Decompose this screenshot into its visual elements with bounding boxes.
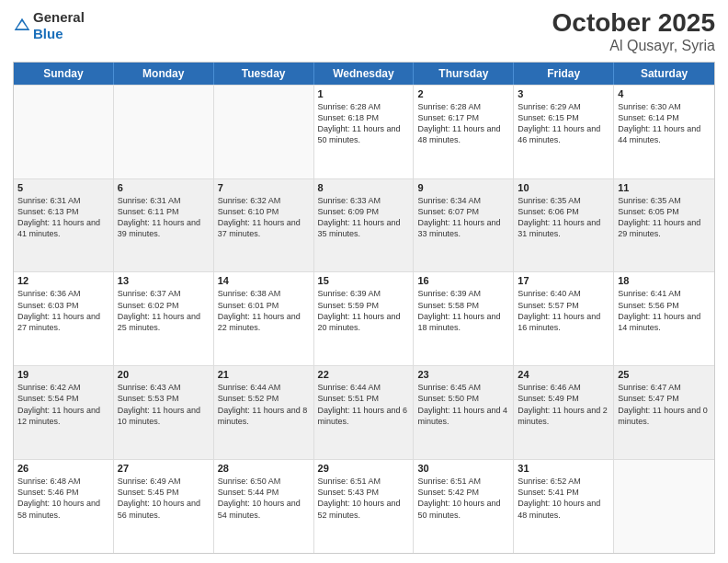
cal-cell: 25Sunrise: 6:47 AMSunset: 5:47 PMDayligh…	[614, 366, 714, 459]
cell-info: Sunrise: 6:42 AMSunset: 5:54 PMDaylight:…	[17, 382, 109, 427]
cal-cell	[14, 86, 114, 178]
day-number: 29	[318, 463, 410, 474]
header: General Blue October 2025 Al Qusayr, Syr…	[13, 9, 715, 54]
cell-info: Sunrise: 6:35 AMSunset: 6:06 PMDaylight:…	[518, 195, 609, 240]
cal-row-0: 1Sunrise: 6:28 AMSunset: 6:18 PMDaylight…	[14, 85, 714, 178]
cal-cell: 26Sunrise: 6:48 AMSunset: 5:46 PMDayligh…	[14, 460, 114, 553]
cell-info: Sunrise: 6:31 AMSunset: 6:13 PMDaylight:…	[17, 195, 109, 240]
cal-cell: 31Sunrise: 6:52 AMSunset: 5:41 PMDayligh…	[514, 460, 614, 553]
cal-cell	[214, 86, 314, 178]
page-title: October 2025	[552, 9, 715, 38]
cal-cell: 2Sunrise: 6:28 AMSunset: 6:17 PMDaylight…	[414, 86, 514, 178]
day-number: 28	[218, 463, 310, 474]
cal-cell: 14Sunrise: 6:38 AMSunset: 6:01 PMDayligh…	[214, 272, 314, 365]
day-number: 15	[318, 275, 410, 286]
day-number: 22	[318, 369, 410, 380]
day-number: 26	[17, 463, 109, 474]
cell-info: Sunrise: 6:33 AMSunset: 6:09 PMDaylight:…	[318, 195, 410, 240]
cell-info: Sunrise: 6:38 AMSunset: 6:01 PMDaylight:…	[218, 288, 310, 333]
day-number: 13	[118, 275, 210, 286]
cell-info: Sunrise: 6:36 AMSunset: 6:03 PMDaylight:…	[17, 288, 109, 333]
day-number: 9	[417, 182, 509, 193]
logo-text: General Blue	[33, 9, 85, 42]
day-number: 31	[518, 463, 609, 474]
cell-info: Sunrise: 6:39 AMSunset: 5:58 PMDaylight:…	[417, 288, 509, 333]
cell-info: Sunrise: 6:37 AMSunset: 6:02 PMDaylight:…	[118, 288, 210, 333]
cell-info: Sunrise: 6:49 AMSunset: 5:45 PMDaylight:…	[118, 476, 210, 521]
calendar-header-row: SundayMondayTuesdayWednesdayThursdayFrid…	[14, 63, 714, 85]
cell-info: Sunrise: 6:51 AMSunset: 5:42 PMDaylight:…	[417, 476, 509, 521]
cal-cell: 15Sunrise: 6:39 AMSunset: 5:59 PMDayligh…	[314, 272, 415, 365]
day-number: 3	[518, 88, 609, 99]
cal-header-wednesday: Wednesday	[314, 63, 415, 85]
day-number: 11	[618, 182, 711, 193]
cal-cell: 13Sunrise: 6:37 AMSunset: 6:02 PMDayligh…	[114, 272, 214, 365]
day-number: 17	[518, 275, 609, 286]
cell-info: Sunrise: 6:31 AMSunset: 6:11 PMDaylight:…	[118, 195, 210, 240]
cal-header-thursday: Thursday	[414, 63, 514, 85]
cal-header-saturday: Saturday	[614, 63, 714, 85]
cell-info: Sunrise: 6:46 AMSunset: 5:49 PMDaylight:…	[518, 382, 609, 427]
cal-cell: 28Sunrise: 6:50 AMSunset: 5:44 PMDayligh…	[214, 460, 314, 553]
cal-cell: 16Sunrise: 6:39 AMSunset: 5:58 PMDayligh…	[414, 272, 514, 365]
cell-info: Sunrise: 6:52 AMSunset: 5:41 PMDaylight:…	[518, 476, 609, 521]
cell-info: Sunrise: 6:28 AMSunset: 6:17 PMDaylight:…	[417, 101, 509, 146]
cell-info: Sunrise: 6:51 AMSunset: 5:43 PMDaylight:…	[318, 476, 410, 521]
cal-cell: 11Sunrise: 6:35 AMSunset: 6:05 PMDayligh…	[614, 179, 714, 272]
cell-info: Sunrise: 6:29 AMSunset: 6:15 PMDaylight:…	[518, 101, 609, 146]
logo-icon	[13, 17, 31, 35]
cal-row-2: 12Sunrise: 6:36 AMSunset: 6:03 PMDayligh…	[14, 271, 714, 365]
page: General Blue October 2025 Al Qusayr, Syr…	[0, 0, 728, 563]
cal-cell: 1Sunrise: 6:28 AMSunset: 6:18 PMDaylight…	[314, 86, 415, 178]
day-number: 5	[17, 182, 109, 193]
cell-info: Sunrise: 6:45 AMSunset: 5:50 PMDaylight:…	[417, 382, 509, 427]
day-number: 6	[118, 182, 210, 193]
day-number: 18	[618, 275, 711, 286]
cell-info: Sunrise: 6:28 AMSunset: 6:18 PMDaylight:…	[318, 101, 410, 146]
day-number: 14	[218, 275, 310, 286]
cell-info: Sunrise: 6:30 AMSunset: 6:14 PMDaylight:…	[618, 101, 711, 146]
day-number: 10	[518, 182, 609, 193]
cell-info: Sunrise: 6:44 AMSunset: 5:51 PMDaylight:…	[318, 382, 410, 427]
logo: General Blue	[13, 9, 85, 42]
day-number: 24	[518, 369, 609, 380]
day-number: 20	[118, 369, 210, 380]
cal-cell: 4Sunrise: 6:30 AMSunset: 6:14 PMDaylight…	[614, 86, 714, 178]
cal-cell: 8Sunrise: 6:33 AMSunset: 6:09 PMDaylight…	[314, 179, 415, 272]
cal-cell: 5Sunrise: 6:31 AMSunset: 6:13 PMDaylight…	[14, 179, 114, 272]
cal-header-friday: Friday	[514, 63, 614, 85]
cell-info: Sunrise: 6:48 AMSunset: 5:46 PMDaylight:…	[17, 476, 109, 521]
cal-cell: 19Sunrise: 6:42 AMSunset: 5:54 PMDayligh…	[14, 366, 114, 459]
cal-header-sunday: Sunday	[14, 63, 114, 85]
day-number: 12	[17, 275, 109, 286]
day-number: 21	[218, 369, 310, 380]
day-number: 23	[417, 369, 509, 380]
cal-header-monday: Monday	[114, 63, 214, 85]
cal-cell: 30Sunrise: 6:51 AMSunset: 5:42 PMDayligh…	[414, 460, 514, 553]
cal-cell: 3Sunrise: 6:29 AMSunset: 6:15 PMDaylight…	[514, 86, 614, 178]
cal-cell: 22Sunrise: 6:44 AMSunset: 5:51 PMDayligh…	[314, 366, 415, 459]
cell-info: Sunrise: 6:41 AMSunset: 5:56 PMDaylight:…	[618, 288, 711, 333]
cal-cell: 18Sunrise: 6:41 AMSunset: 5:56 PMDayligh…	[614, 272, 714, 365]
cal-row-3: 19Sunrise: 6:42 AMSunset: 5:54 PMDayligh…	[14, 365, 714, 459]
cal-cell	[614, 460, 714, 553]
page-subtitle: Al Qusayr, Syria	[552, 38, 715, 54]
day-number: 2	[417, 88, 509, 99]
day-number: 19	[17, 369, 109, 380]
cal-cell	[114, 86, 214, 178]
cal-cell: 21Sunrise: 6:44 AMSunset: 5:52 PMDayligh…	[214, 366, 314, 459]
cell-info: Sunrise: 6:39 AMSunset: 5:59 PMDaylight:…	[318, 288, 410, 333]
cal-cell: 24Sunrise: 6:46 AMSunset: 5:49 PMDayligh…	[514, 366, 614, 459]
cal-cell: 7Sunrise: 6:32 AMSunset: 6:10 PMDaylight…	[214, 179, 314, 272]
day-number: 7	[218, 182, 310, 193]
title-block: October 2025 Al Qusayr, Syria	[552, 9, 715, 54]
cell-info: Sunrise: 6:34 AMSunset: 6:07 PMDaylight:…	[417, 195, 509, 240]
day-number: 1	[318, 88, 410, 99]
day-number: 30	[417, 463, 509, 474]
cell-info: Sunrise: 6:50 AMSunset: 5:44 PMDaylight:…	[218, 476, 310, 521]
logo-general: General	[33, 9, 85, 25]
cal-cell: 17Sunrise: 6:40 AMSunset: 5:57 PMDayligh…	[514, 272, 614, 365]
cell-info: Sunrise: 6:43 AMSunset: 5:53 PMDaylight:…	[118, 382, 210, 427]
cal-cell: 27Sunrise: 6:49 AMSunset: 5:45 PMDayligh…	[114, 460, 214, 553]
cell-info: Sunrise: 6:35 AMSunset: 6:05 PMDaylight:…	[618, 195, 711, 240]
